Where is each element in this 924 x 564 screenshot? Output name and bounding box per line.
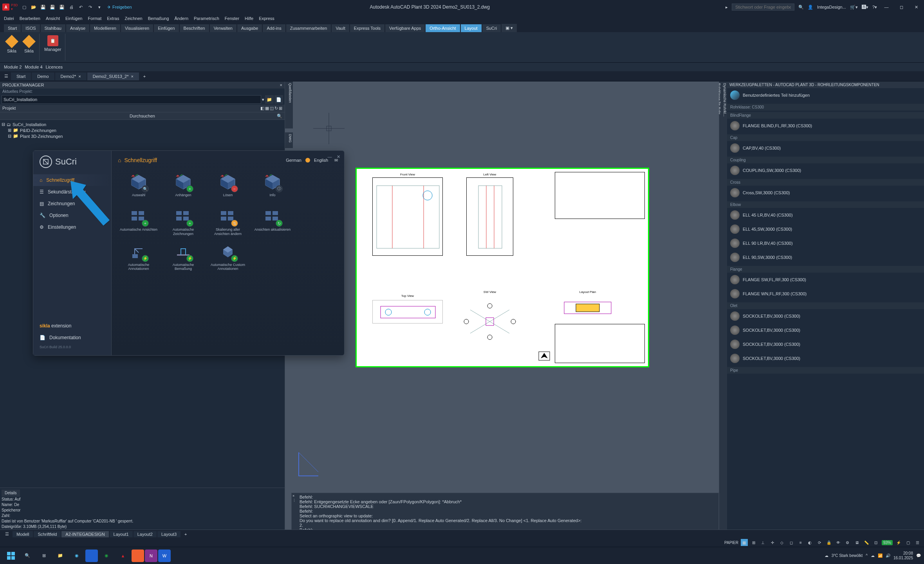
palette-item[interactable]: ELL 90 LR,BV,40 (CS300): [727, 236, 924, 250]
status-polar-icon[interactable]: ✛: [769, 539, 776, 546]
file-tab-demo2[interactable]: Demo2*×: [55, 72, 87, 80]
subtab-module2[interactable]: Module 2: [4, 65, 22, 69]
sucri-nav-schnellzugriff[interactable]: ⌂ Schnellzugriff: [33, 174, 111, 186]
status-qp-icon[interactable]: ⊡: [872, 539, 879, 546]
cmd-handle-icon[interactable]: ⋮: [292, 499, 296, 503]
ribbon-tab-apps[interactable]: Verfügbare Apps: [385, 24, 425, 32]
cmd-close-icon[interactable]: ×: [292, 494, 296, 498]
layout-tab-a2[interactable]: A2-INTEGADESIGN: [61, 531, 108, 537]
menu-einfuegen[interactable]: Einfügen: [65, 16, 82, 21]
subtab-module4[interactable]: Module 4: [25, 65, 42, 69]
status-osnap-icon[interactable]: ◻: [788, 539, 795, 546]
ribbon-tab-stahlbau[interactable]: Stahlbau: [41, 24, 65, 32]
menu-ansicht[interactable]: Ansicht: [46, 16, 60, 21]
user-icon[interactable]: 👤: [808, 5, 813, 10]
palette-item[interactable]: FLANGE SW,FL,RF,300 (CS300): [727, 273, 924, 287]
drawing-sheet[interactable]: Front View Left View Top View: [356, 168, 649, 367]
sucri-tool-anh-ngen[interactable]: +Anhängen: [162, 171, 204, 202]
status-ortho-icon[interactable]: ⊥: [760, 539, 767, 546]
pm-folder-icon[interactable]: 📁: [265, 95, 274, 104]
canvas-vtab-quelldateien[interactable]: Quelldateien: [285, 81, 293, 128]
status-ws-icon[interactable]: ⚙: [844, 539, 851, 546]
tray-chevron-icon[interactable]: ^: [866, 553, 868, 558]
sucri-tool-automatische-annotationen[interactable]: ⚡Automatische Annotationen: [118, 241, 159, 273]
tray-notifications-icon[interactable]: 💬: [916, 553, 921, 558]
qat-dropdown[interactable]: P3D ▾: [11, 3, 19, 11]
menu-aendern[interactable]: Ändern: [175, 16, 188, 21]
status-paper[interactable]: PAPIER: [724, 540, 738, 545]
user-label[interactable]: IntegaDesign...: [817, 5, 846, 9]
layout-tab-layout1[interactable]: Layout1: [110, 531, 133, 537]
status-lweight-icon[interactable]: ≡: [797, 539, 804, 546]
undo-icon[interactable]: ↶: [77, 3, 85, 11]
help-search-input[interactable]: [732, 4, 794, 11]
sucri-close[interactable]: ✕: [335, 153, 342, 160]
sucri-nav-einstellungen[interactable]: ⚙ Einstellungen: [33, 221, 111, 233]
tray-network-icon[interactable]: 📶: [878, 553, 882, 558]
app-icon[interactable]: A: [2, 4, 9, 11]
sucri-tool-auswahl[interactable]: 🔍Auswahl: [118, 171, 159, 202]
ribbon-tab-addins[interactable]: Add-ins: [263, 24, 285, 32]
help-icon[interactable]: ?▾: [872, 5, 877, 10]
sucri-tool-automatische-custom-annotationen[interactable]: ⚡Automatische Custom Annotationen: [207, 241, 249, 273]
ribbon-tab-visualisieren[interactable]: Visualisieren: [121, 24, 153, 32]
qat-more[interactable]: ▾: [96, 3, 103, 11]
tree-expand-icon[interactable]: ⊟: [2, 122, 5, 127]
palette-item[interactable]: FLANGE WN,FL,RF,300 (CS300): [727, 287, 924, 301]
palette-item[interactable]: ELL 90,SW,3000 (CS300): [727, 250, 924, 264]
palette-item[interactable]: CAP,BV,40 (CS300): [727, 141, 924, 155]
sucri-tool-ansichten-aktualisieren[interactable]: ↻Ansichten aktualisieren: [252, 206, 293, 238]
tree-pid[interactable]: ⊞ 📁 P&ID-Zeichnungen: [2, 127, 283, 133]
add-layout-icon[interactable]: +: [181, 532, 190, 537]
ribbon-tab-beschriften[interactable]: Beschriften: [180, 24, 209, 32]
taskbar-app2[interactable]: ◉: [99, 548, 114, 564]
close-icon[interactable]: ×: [78, 74, 81, 79]
sucri-nav-sekundaer[interactable]: ☰ Sekundärstahlbau: [33, 186, 111, 198]
sucri-nav-doc[interactable]: 📄 Dokumentation: [33, 332, 111, 343]
status-clean-icon[interactable]: ▢: [904, 539, 911, 546]
palette-item[interactable]: SOCKOLET,BV,3000 (CS300): [727, 351, 924, 365]
file-tab-start[interactable]: Start: [11, 72, 31, 80]
status-units-icon[interactable]: 📏: [863, 539, 870, 546]
palette-item[interactable]: ELL 45 LR,BV,40 (CS300): [727, 208, 924, 222]
ribbon-tab-start[interactable]: Start: [4, 24, 21, 32]
redo-icon[interactable]: ↷: [86, 3, 94, 11]
layout-tab-layout2[interactable]: Layout2: [134, 531, 157, 537]
ribbon-manager[interactable]: 📋 Manager: [43, 34, 62, 52]
taskbar-clock[interactable]: 20:08 16.01.2025: [893, 551, 913, 560]
close-icon[interactable]: ×: [131, 74, 134, 79]
layout-menu-icon[interactable]: ☰: [2, 530, 12, 539]
pm-project-input[interactable]: [2, 95, 261, 104]
open-icon[interactable]: 📂: [30, 3, 38, 11]
palette-item[interactable]: FLANGE BLIND,FL,RF,300 (CS300): [727, 119, 924, 133]
sucri-tool-l-sen[interactable]: −Lösen: [207, 171, 249, 202]
file-tab-demo[interactable]: Demo: [32, 72, 54, 80]
subtab-licences[interactable]: Licences: [46, 65, 63, 69]
status-cycle-icon[interactable]: ⟳: [816, 539, 823, 546]
palette-item[interactable]: ELL 45,SW,3000 (CS300): [727, 222, 924, 236]
pm-tool-icon[interactable]: ◫: [270, 106, 274, 111]
layout-tab-schriftfeld[interactable]: Schriftfeld: [34, 531, 61, 537]
status-grid-icon[interactable]: ▦: [741, 539, 748, 546]
taskbar-acad[interactable]: ▲: [115, 548, 131, 564]
tree-plant3d[interactable]: ⊟ 📁 Plant 3D-Zeichnungen: [2, 133, 283, 139]
search-icon[interactable]: 🔍: [277, 114, 282, 119]
lang-german[interactable]: German: [286, 158, 301, 163]
status-annoscale-icon[interactable]: 🔒: [825, 539, 832, 546]
ribbon-sikla-1[interactable]: Sikla: [5, 34, 19, 54]
save-icon[interactable]: 💾: [39, 3, 47, 11]
pm-tool-icon[interactable]: ↻: [274, 106, 278, 111]
ribbon-tab-verwalten[interactable]: Verwalten: [210, 24, 236, 32]
status-transp-icon[interactable]: ◐: [807, 539, 814, 546]
tray-volume-icon[interactable]: 🔊: [886, 553, 890, 558]
plot-icon[interactable]: 🖨: [67, 3, 75, 11]
sucri-tool-skalierung-aller-ansichten-ndern[interactable]: ⇅Skalierung aller Ansichten ändern: [207, 206, 249, 238]
layout-tab-modell[interactable]: Modell: [13, 531, 33, 537]
sucri-tool-automatische-ansichten[interactable]: +Automatische Ansichten: [118, 206, 159, 238]
menu-express[interactable]: Express: [259, 16, 274, 21]
weather-text[interactable]: 3°C Stark bewölkt: [832, 553, 863, 558]
palette-item[interactable]: SOCKOLET,BV,3000 (CS300): [727, 337, 924, 351]
close-button[interactable]: ✕: [911, 2, 922, 13]
taskbar-app1[interactable]: [85, 550, 98, 562]
tree-expand-icon[interactable]: ⊟: [8, 134, 11, 139]
